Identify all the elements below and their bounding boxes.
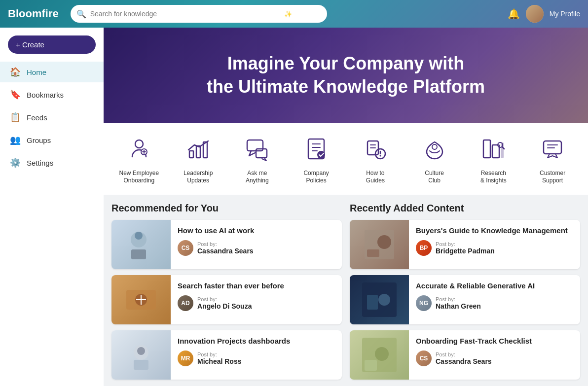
svg-rect-44 — [367, 295, 378, 310]
svg-point-19 — [379, 155, 381, 156]
card-onboarding-thumb — [350, 330, 409, 380]
card-search-faster[interactable]: Search faster than ever before AD Post b… — [111, 275, 342, 324]
post-by-label-4: Post by: — [436, 241, 495, 247]
card-onboarding-title: Onboarding Fast-Track Checklist — [416, 336, 573, 346]
card-search-faster-thumb — [111, 275, 171, 324]
ask-me-label: Ask meAnything — [246, 170, 269, 185]
company-policies-icon — [300, 133, 332, 165]
svg-point-43 — [378, 294, 390, 306]
sidebar: + Create 🏠 Home 🔖 Bookmarks 📋 Feeds 👥 Gr… — [0, 28, 104, 386]
micheal-avatar: MR — [178, 351, 193, 366]
ask-me-icon — [241, 133, 273, 165]
my-profile-link[interactable]: My Profile — [550, 10, 580, 18]
author-cassandra: Cassandra Sears — [197, 247, 254, 255]
svg-rect-47 — [365, 360, 377, 371]
card-ai-work-title: How to use AI at work — [178, 226, 335, 236]
main-content: Imagine Your Company with the Ultimate K… — [104, 28, 588, 386]
svg-point-40 — [377, 235, 391, 249]
main-layout: + Create 🏠 Home 🔖 Bookmarks 📋 Feeds 👥 Gr… — [0, 28, 588, 386]
card-innovation-thumb — [111, 330, 171, 380]
category-culture-club[interactable]: CultureClub — [407, 133, 462, 185]
card-ai2-author: NG Post by: Nathan Green — [416, 295, 573, 311]
header-right: 🔔 My Profile — [508, 5, 580, 23]
search-icon: 🔍 — [76, 9, 86, 19]
new-employee-icon — [123, 133, 155, 165]
svg-point-38 — [137, 347, 145, 355]
category-new-employee[interactable]: New EmployeeOnboarding — [111, 133, 167, 185]
post-by-label-3: Post by: — [197, 351, 241, 357]
how-to-icon — [360, 133, 391, 165]
notification-bell-icon[interactable]: 🔔 — [508, 8, 520, 20]
avatar[interactable] — [526, 5, 544, 23]
svg-rect-4 — [189, 151, 193, 158]
leadership-icon — [183, 133, 214, 165]
svg-rect-37 — [134, 360, 148, 370]
cassandra2-avatar: CS — [416, 351, 432, 366]
card-search-faster-author: AD Post by: Angelo Di Souza — [178, 295, 335, 311]
company-policies-label: CompanyPolicies — [303, 170, 329, 185]
card-buyers-guide[interactable]: Buyers's Guide to Knowledge Management B… — [350, 220, 580, 269]
svg-point-0 — [135, 140, 143, 148]
recommended-title: Recommended for You — [111, 203, 342, 214]
culture-club-icon — [419, 133, 450, 165]
cassandra-avatar: CS — [178, 240, 193, 256]
category-ask-me[interactable]: Ask meAnything — [230, 133, 285, 185]
post-by-label: Post by: — [197, 241, 254, 247]
category-customer-support[interactable]: CustomerSupport — [525, 133, 580, 185]
sidebar-item-groups[interactable]: 👥 Groups — [0, 130, 104, 150]
leadership-label: LeadershipUpdates — [184, 170, 213, 185]
card-innovation-title: Innovation Projects dashboards — [178, 336, 335, 346]
search-input[interactable] — [90, 10, 272, 18]
card-buyers-thumb — [350, 220, 409, 269]
search-bar[interactable]: 🔍 ✨ Ask AI — [71, 5, 327, 23]
card-buyers-body: Buyers's Guide to Knowledge Management B… — [409, 220, 580, 269]
card-ai2-title: Accurate & Reliable Generative AI — [416, 281, 573, 291]
category-research[interactable]: Research& Insights — [466, 133, 521, 185]
category-company-policies[interactable]: CompanyPolicies — [289, 133, 344, 185]
author-micheal: Micheal Ross — [197, 357, 241, 365]
sidebar-item-feeds[interactable]: 📋 Feeds — [0, 107, 104, 128]
card-ai-work-author: CS Post by: Cassandra Sears — [178, 240, 335, 256]
svg-point-30 — [135, 232, 143, 240]
card-generative-ai[interactable]: Accurate & Reliable Generative AI NG Pos… — [350, 275, 580, 324]
author-cassandra2: Cassandra Sears — [436, 357, 492, 365]
author-nathan: Nathan Green — [436, 302, 481, 310]
card-ai-work-thumb — [111, 220, 171, 269]
bridgette-avatar: BP — [416, 240, 432, 256]
card-innovation-author: MR Post by: Micheal Ross — [178, 351, 335, 366]
home-icon: 🏠 — [10, 67, 21, 77]
sidebar-item-settings[interactable]: ⚙️ Settings — [0, 152, 104, 173]
card-ai-work[interactable]: How to use AI at work CS Post by: Cassan… — [111, 220, 342, 269]
category-leadership[interactable]: LeadershipUpdates — [171, 133, 226, 185]
hero-banner: Imagine Your Company with the Ultimate K… — [104, 28, 588, 123]
customer-support-label: CustomerSupport — [540, 170, 565, 185]
card-onboarding[interactable]: Onboarding Fast-Track Checklist CS Post … — [350, 330, 580, 380]
svg-rect-41 — [367, 249, 379, 257]
groups-icon: 👥 — [10, 135, 21, 145]
categories-row: New EmployeeOnboarding LeadershipUpdates — [104, 123, 588, 195]
sidebar-item-home[interactable]: 🏠 Home — [0, 62, 104, 82]
svg-point-20 — [432, 144, 437, 149]
ai-star-icon: ✨ — [284, 10, 292, 18]
svg-point-13 — [317, 151, 325, 159]
post-by-label-6: Post by: — [436, 351, 492, 357]
ask-ai-button[interactable]: ✨ Ask AI — [276, 7, 321, 21]
author-bridgette: Bridgette Padman — [436, 247, 495, 255]
svg-point-46 — [375, 347, 389, 361]
card-buyers-title: Buyers's Guide to Knowledge Management — [416, 226, 573, 236]
card-search-faster-body: Search faster than ever before AD Post b… — [171, 275, 342, 324]
bookmark-icon: 🔖 — [10, 89, 21, 100]
sections-row: Recommended for You How to use AI at wor… — [104, 195, 588, 386]
card-onboarding-author: CS Post by: Cassandra Sears — [416, 351, 573, 366]
card-innovation-body: Innovation Projects dashboards MR Post b… — [171, 330, 342, 380]
create-button[interactable]: + Create — [8, 35, 96, 54]
culture-club-label: CultureClub — [425, 170, 444, 185]
recently-added-section: Recently Added Content Buyers's Guide to… — [350, 203, 580, 386]
card-innovation[interactable]: Innovation Projects dashboards MR Post b… — [111, 330, 342, 380]
post-by-label-5: Post by: — [436, 296, 481, 302]
card-buyers-author: BP Post by: Bridgette Padman — [416, 240, 573, 256]
category-how-to[interactable]: How toGuides — [348, 133, 403, 185]
sidebar-item-bookmarks[interactable]: 🔖 Bookmarks — [0, 84, 104, 105]
research-label: Research& Insights — [480, 170, 507, 185]
nathan-avatar: NG — [416, 295, 432, 311]
